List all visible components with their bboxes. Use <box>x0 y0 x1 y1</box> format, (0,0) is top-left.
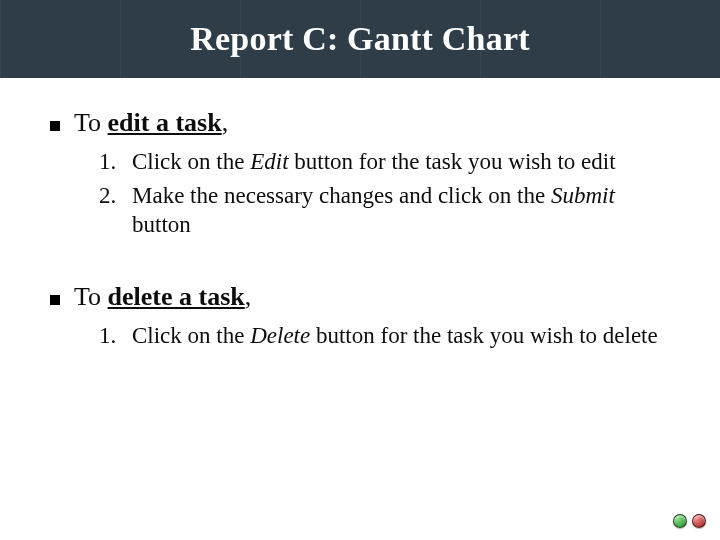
step-text: Click on the <box>132 323 250 348</box>
delete-action-phrase: delete a task <box>108 282 245 311</box>
square-bullet-icon <box>50 121 60 131</box>
lead-prefix: To <box>74 282 108 311</box>
lead-suffix: , <box>245 282 252 311</box>
bullet-delete-task: To delete a task, <box>50 280 670 313</box>
slide-header: Report C: Gantt Chart <box>0 0 720 78</box>
slide-body: To edit a task, Click on the Edit button… <box>0 78 720 350</box>
step-text: button for the task you wish to delete <box>310 323 658 348</box>
step-text: button <box>132 212 191 237</box>
slide-title: Report C: Gantt Chart <box>190 20 529 58</box>
list-item: Make the necessary changes and click on … <box>122 181 670 240</box>
edit-action-phrase: edit a task <box>108 108 222 137</box>
step-text: Make the necessary changes and click on … <box>132 183 551 208</box>
delete-keyword: Delete <box>250 323 310 348</box>
prev-slide-button[interactable] <box>673 514 687 528</box>
bullet-edit-task: To edit a task, <box>50 106 670 139</box>
delete-steps-list: Click on the Delete button for the task … <box>50 321 670 350</box>
slide-nav <box>673 514 706 528</box>
edit-keyword: Edit <box>250 149 288 174</box>
edit-steps-list: Click on the Edit button for the task yo… <box>50 147 670 239</box>
bullet-edit-lead: To edit a task, <box>74 106 228 139</box>
lead-prefix: To <box>74 108 108 137</box>
list-item: Click on the Edit button for the task yo… <box>122 147 670 176</box>
list-item: Click on the Delete button for the task … <box>122 321 670 350</box>
lead-suffix: , <box>222 108 229 137</box>
bullet-delete-lead: To delete a task, <box>74 280 251 313</box>
square-bullet-icon <box>50 295 60 305</box>
submit-keyword: Submit <box>551 183 615 208</box>
next-slide-button[interactable] <box>692 514 706 528</box>
step-text: Click on the <box>132 149 250 174</box>
step-text: button for the task you wish to edit <box>289 149 616 174</box>
